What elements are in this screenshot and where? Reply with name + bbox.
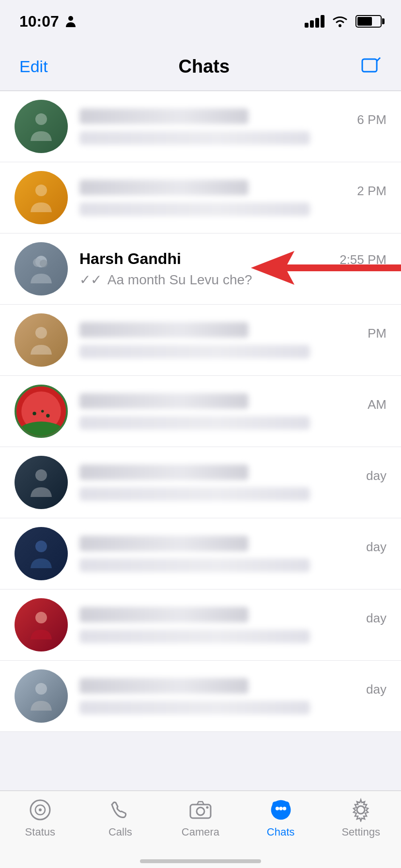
- tab-calls[interactable]: Calls: [86, 798, 154, 838]
- chat-preview-blurred: [79, 202, 310, 216]
- person-icon: [65, 15, 77, 28]
- chat-time: 6 PM: [357, 112, 386, 127]
- tab-settings-label: Settings: [341, 826, 380, 838]
- camera-icon: [188, 798, 213, 822]
- svg-point-1: [339, 24, 341, 27]
- chat-preview-blurred: [79, 131, 310, 145]
- svg-point-13: [32, 412, 36, 415]
- tab-settings[interactable]: Settings: [327, 798, 395, 838]
- read-receipt-icon: ✓✓: [79, 272, 106, 287]
- chat-content: Harsh Gandhi 2:55 PM ✓✓ Aa month Su Levu…: [79, 250, 386, 288]
- chat-item[interactable]: day: [0, 518, 401, 589]
- chat-time: day: [366, 682, 386, 697]
- avatar: [15, 313, 68, 367]
- tab-camera[interactable]: Camera: [167, 798, 234, 838]
- chat-preview-blurred: [79, 416, 310, 430]
- chat-content: day: [79, 465, 386, 501]
- contact-name-blurred: [79, 180, 248, 195]
- avatar: [15, 456, 68, 509]
- chat-preview-blurred: [79, 487, 310, 501]
- home-indicator: [140, 859, 261, 863]
- chat-preview-blurred: [79, 558, 310, 572]
- tab-chats-label: Chats: [267, 826, 294, 838]
- chat-time: 2 PM: [357, 184, 386, 199]
- chat-item[interactable]: 2 PM: [0, 162, 401, 233]
- tab-calls-label: Calls: [108, 826, 132, 838]
- svg-point-19: [35, 683, 47, 695]
- svg-point-4: [35, 185, 47, 196]
- chat-time: day: [366, 540, 386, 555]
- chats-icon: [269, 798, 293, 822]
- chat-item[interactable]: day: [0, 447, 401, 518]
- chat-content: day: [79, 678, 386, 714]
- chat-item[interactable]: 6 PM: [0, 91, 401, 162]
- chat-preview-blurred: [79, 345, 310, 358]
- status-icons: [305, 15, 382, 28]
- svg-point-22: [39, 808, 42, 811]
- chat-preview: ✓✓ Aa month Su Levu che?: [79, 272, 386, 288]
- chat-content: 6 PM: [79, 108, 386, 145]
- svg-point-15: [46, 414, 49, 418]
- svg-point-9: [35, 327, 47, 339]
- chat-time: PM: [368, 326, 386, 341]
- settings-icon: [349, 798, 373, 822]
- chat-item[interactable]: AM: [0, 376, 401, 447]
- chat-item-harsh-gandhi[interactable]: Harsh Gandhi 2:55 PM ✓✓ Aa month Su Levu…: [0, 233, 401, 305]
- chat-content: PM: [79, 322, 386, 358]
- chat-item[interactable]: PM: [0, 305, 401, 376]
- svg-point-0: [68, 16, 73, 21]
- chat-item[interactable]: day: [0, 661, 401, 732]
- chat-preview-blurred: [79, 701, 310, 714]
- avatar: [15, 669, 68, 723]
- compose-button[interactable]: [360, 56, 382, 78]
- contact-name-blurred: [79, 536, 248, 551]
- contact-name: Harsh Gandhi: [79, 250, 181, 268]
- tab-status[interactable]: Status: [6, 798, 74, 838]
- contact-name-blurred: [79, 678, 248, 694]
- tab-status-label: Status: [25, 826, 55, 838]
- chat-preview-blurred: [79, 630, 310, 643]
- status-bar: 10:07: [0, 0, 401, 43]
- avatar: [15, 100, 68, 153]
- svg-point-29: [275, 807, 278, 810]
- chat-time: day: [366, 611, 386, 626]
- svg-point-24: [197, 807, 204, 815]
- edit-button[interactable]: Edit: [19, 57, 48, 76]
- avatar: [15, 385, 68, 438]
- signal-bars-icon: [305, 15, 324, 28]
- chat-item[interactable]: day: [0, 589, 401, 661]
- svg-point-30: [279, 807, 282, 810]
- status-icon: [28, 798, 52, 822]
- svg-point-3: [35, 113, 47, 125]
- contact-name-blurred: [79, 108, 248, 124]
- battery-icon: [355, 15, 382, 28]
- contact-name-blurred: [79, 607, 248, 622]
- svg-point-32: [357, 806, 365, 814]
- svg-point-31: [282, 807, 286, 810]
- chat-content: 2 PM: [79, 180, 386, 216]
- tab-bar: Status Calls Camera: [0, 790, 401, 868]
- tab-chats[interactable]: Chats: [247, 798, 315, 838]
- avatar: [15, 242, 68, 295]
- chat-content: day: [79, 607, 386, 643]
- chat-time: day: [366, 468, 386, 483]
- chat-list: 6 PM 2 PM: [0, 91, 401, 732]
- page-title: Chats: [179, 56, 230, 77]
- svg-point-18: [35, 612, 47, 623]
- calls-icon: [108, 798, 132, 822]
- avatar: [15, 527, 68, 580]
- avatar: [15, 171, 68, 224]
- contact-name-blurred: [79, 465, 248, 480]
- chat-content: AM: [79, 393, 386, 430]
- svg-point-17: [35, 541, 47, 552]
- tab-camera-label: Camera: [182, 826, 219, 838]
- wifi-icon: [331, 15, 349, 28]
- chat-content: day: [79, 536, 386, 572]
- contact-name-blurred: [79, 393, 248, 409]
- compose-icon: [360, 56, 382, 78]
- svg-point-25: [206, 806, 208, 809]
- avatar: [15, 598, 68, 651]
- status-time: 10:07: [19, 13, 59, 31]
- svg-rect-2: [362, 59, 377, 72]
- svg-point-16: [35, 469, 47, 481]
